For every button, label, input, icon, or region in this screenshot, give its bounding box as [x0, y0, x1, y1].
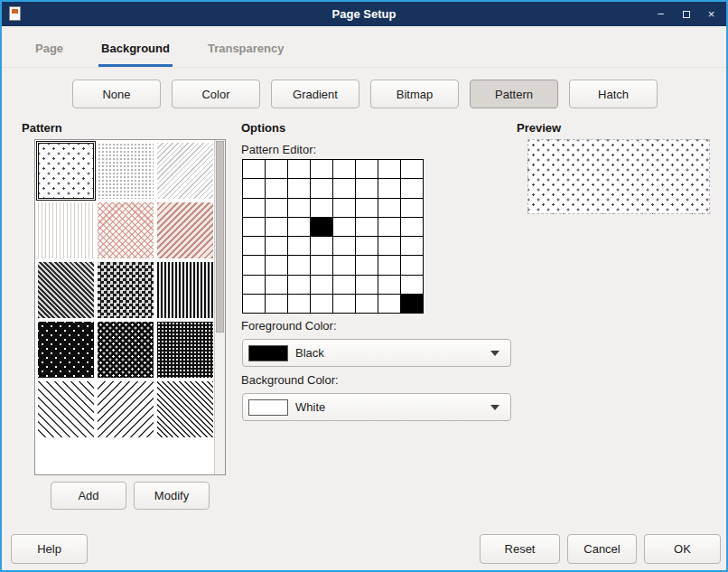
pattern-swatch-diag-thin-fwd[interactable]	[98, 381, 154, 437]
pattern-editor-cell[interactable]	[288, 179, 311, 198]
pattern-editor-cell[interactable]	[378, 237, 401, 256]
pattern-editor-cell[interactable]	[243, 276, 266, 295]
chevron-down-icon[interactable]	[490, 405, 499, 410]
pattern-editor-cell[interactable]	[401, 256, 424, 275]
pattern-editor-cell[interactable]	[401, 179, 424, 198]
pattern-editor-cell[interactable]	[401, 237, 424, 256]
pattern-editor-cell[interactable]	[401, 160, 424, 179]
pattern-editor-cell[interactable]	[311, 237, 333, 256]
pattern-editor-cell[interactable]	[356, 237, 378, 256]
pattern-swatch-black-dots[interactable]	[98, 322, 154, 378]
ok-button[interactable]: OK	[644, 534, 721, 564]
pattern-swatch-black-dots-fine[interactable]	[157, 322, 213, 378]
pattern-swatch-diag-pink[interactable]	[157, 202, 213, 258]
pattern-editor-cell[interactable]	[288, 237, 311, 256]
pattern-editor-cell[interactable]	[401, 218, 424, 237]
pattern-swatch-sparse-dots[interactable]	[38, 143, 94, 199]
pattern-editor-cell[interactable]	[288, 256, 311, 275]
pattern-editor-cell[interactable]	[266, 199, 288, 218]
pattern-editor-cell[interactable]	[378, 256, 401, 275]
pattern-swatch-diag-thin-back[interactable]	[38, 381, 94, 437]
pattern-editor-cell[interactable]	[311, 276, 333, 295]
scrollbar[interactable]	[214, 140, 225, 474]
foreground-color-dropdown[interactable]: Black	[242, 339, 511, 367]
fill-bitmap-button[interactable]: Bitmap	[370, 80, 459, 108]
background-color-dropdown[interactable]: White	[242, 393, 511, 421]
pattern-editor-cell[interactable]	[243, 199, 266, 218]
pattern-editor-cell[interactable]	[333, 218, 356, 237]
pattern-editor-cell[interactable]	[311, 256, 333, 275]
tab-page[interactable]: Page	[33, 42, 66, 67]
fill-none-button[interactable]: None	[72, 80, 161, 108]
fill-hatch-button[interactable]: Hatch	[569, 80, 658, 108]
fill-pattern-button[interactable]: Pattern	[470, 80, 558, 108]
pattern-editor-cell[interactable]	[311, 218, 333, 237]
pattern-editor-cell[interactable]	[243, 295, 266, 314]
pattern-editor-cell[interactable]	[288, 276, 311, 295]
pattern-editor-cell[interactable]	[356, 218, 378, 237]
add-button[interactable]: Add	[51, 482, 126, 510]
pattern-editor-cell[interactable]	[401, 295, 424, 314]
pattern-editor-cell[interactable]	[378, 179, 401, 198]
fill-gradient-button[interactable]: Gradient	[271, 80, 359, 108]
pattern-editor-cell[interactable]	[356, 160, 378, 179]
pattern-swatch-black-dots-sparse[interactable]	[38, 322, 94, 378]
pattern-editor-cell[interactable]	[378, 199, 401, 218]
pattern-editor-cell[interactable]	[243, 256, 266, 275]
pattern-editor-cell[interactable]	[356, 199, 378, 218]
pattern-swatch-diag-dark[interactable]	[38, 262, 94, 318]
pattern-swatch-vert-stripes-dark[interactable]	[157, 262, 213, 318]
pattern-editor-cell[interactable]	[333, 276, 356, 295]
pattern-swatch-vert-lines-light[interactable]	[38, 202, 94, 258]
restore-icon[interactable]	[680, 8, 692, 20]
cancel-button[interactable]: Cancel	[567, 534, 637, 564]
pattern-editor-cell[interactable]	[243, 160, 266, 179]
pattern-editor-cell[interactable]	[401, 276, 424, 295]
pattern-editor-cell[interactable]	[266, 295, 288, 314]
pattern-editor-cell[interactable]	[266, 179, 288, 198]
pattern-editor-cell[interactable]	[378, 218, 401, 237]
pattern-editor-cell[interactable]	[378, 295, 401, 314]
pattern-editor-cell[interactable]	[333, 179, 356, 198]
pattern-swatch-checker-dark[interactable]	[98, 262, 154, 318]
pattern-editor-cell[interactable]	[378, 160, 401, 179]
pattern-editor-cell[interactable]	[266, 237, 288, 256]
tab-background[interactable]: Background	[98, 42, 173, 67]
pattern-editor-cell[interactable]	[311, 199, 333, 218]
pattern-editor-cell[interactable]	[288, 295, 311, 314]
pattern-editor-cell[interactable]	[266, 256, 288, 275]
pattern-editor-cell[interactable]	[333, 160, 356, 179]
reset-button[interactable]: Reset	[480, 534, 560, 564]
pattern-editor-cell[interactable]	[288, 218, 311, 237]
pattern-editor-cell[interactable]	[311, 160, 333, 179]
pattern-editor-cell[interactable]	[266, 276, 288, 295]
tab-transparency[interactable]: Transparency	[205, 42, 287, 67]
help-button[interactable]: Help	[11, 534, 88, 564]
pattern-editor-cell[interactable]	[243, 179, 266, 198]
pattern-editor-cell[interactable]	[288, 199, 311, 218]
pattern-swatch-cross-pink[interactable]	[98, 202, 154, 258]
titlebar[interactable]: Page Setup − ×	[2, 2, 726, 26]
pattern-editor-cell[interactable]	[243, 218, 266, 237]
pattern-swatch-diag-dotted-light[interactable]	[157, 143, 213, 199]
pattern-editor-cell[interactable]	[266, 218, 288, 237]
scrollbar-thumb[interactable]	[216, 141, 224, 333]
pattern-editor-cell[interactable]	[311, 179, 333, 198]
pattern-editor-cell[interactable]	[356, 179, 378, 198]
pattern-editor-cell[interactable]	[356, 256, 378, 275]
pattern-editor-grid[interactable]	[242, 159, 424, 314]
pattern-editor-cell[interactable]	[266, 160, 288, 179]
fill-color-button[interactable]: Color	[172, 80, 260, 108]
pattern-editor-cell[interactable]	[333, 256, 356, 275]
pattern-editor-cell[interactable]	[243, 237, 266, 256]
pattern-editor-cell[interactable]	[311, 295, 333, 314]
pattern-swatch-diag-dense[interactable]	[157, 381, 213, 437]
chevron-down-icon[interactable]	[490, 351, 499, 356]
pattern-editor-cell[interactable]	[356, 295, 378, 314]
pattern-editor-cell[interactable]	[333, 295, 356, 314]
pattern-editor-cell[interactable]	[378, 276, 401, 295]
pattern-swatch-light-dots[interactable]	[98, 143, 154, 199]
pattern-editor-cell[interactable]	[356, 276, 378, 295]
close-icon[interactable]: ×	[705, 8, 717, 20]
modify-button[interactable]: Modify	[134, 482, 210, 510]
